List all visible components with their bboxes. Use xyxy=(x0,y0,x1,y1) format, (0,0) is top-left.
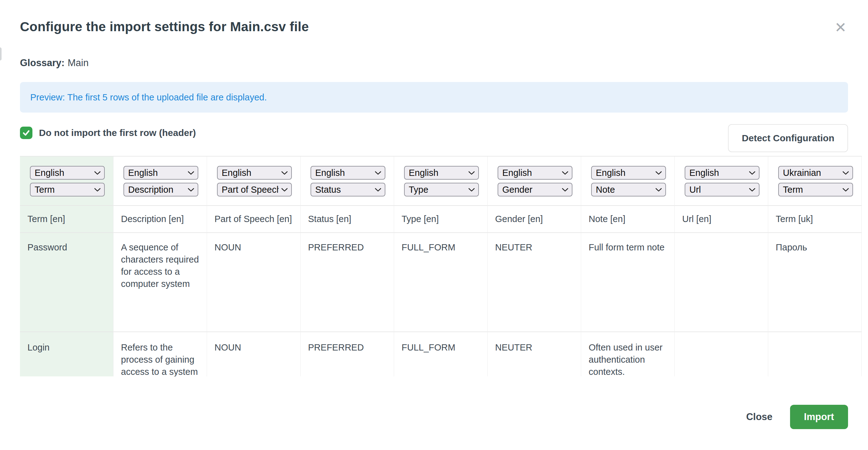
table-cell-row2: Often used in user authentication contex… xyxy=(581,332,674,377)
skip-header-checkbox-label: Do not import the first row (header) xyxy=(39,127,196,138)
column-mapping-cell: English Type xyxy=(394,156,487,205)
column-header-cell: Gender [en] xyxy=(488,205,581,233)
skip-header-checkbox-row[interactable]: Do not import the first row (header) xyxy=(20,127,196,139)
field-select[interactable]: Term xyxy=(778,183,853,197)
table-column: English Type Type [en] FULL_FORM FULL_FO… xyxy=(394,156,488,377)
preview-info-banner: Preview: The first 5 rows of the uploade… xyxy=(20,82,848,113)
language-select-value: English xyxy=(689,168,719,178)
chevron-down-icon xyxy=(375,188,381,192)
chevron-down-icon xyxy=(562,188,568,192)
import-button[interactable]: Import xyxy=(790,405,848,429)
chevron-down-icon xyxy=(281,171,288,175)
field-select[interactable]: Type xyxy=(404,183,479,197)
field-select[interactable]: Part of Speech xyxy=(217,183,292,197)
table-cell-row2: Refers to the process of gaining access … xyxy=(114,332,207,377)
table-column: English Description Description [en] A s… xyxy=(114,156,207,377)
chevron-down-icon xyxy=(655,188,662,192)
glossary-label: Glossary: xyxy=(20,57,65,68)
table-cell-row1: A sequence of characters required for ac… xyxy=(114,233,207,332)
column-header-cell: Part of Speech [en] xyxy=(207,205,300,233)
chevron-down-icon xyxy=(281,188,288,192)
language-select[interactable]: English xyxy=(123,166,198,180)
clipped-edge-artifact xyxy=(0,48,2,60)
column-header-cell: Type [en] xyxy=(394,205,487,233)
table-cell-row2: Login xyxy=(20,332,113,377)
table-cell-row1: PREFERRED xyxy=(301,233,394,332)
import-settings-dialog: Configure the import settings for Main.c… xyxy=(0,0,868,450)
table-controls-row: Do not import the first row (header) Det… xyxy=(20,124,848,153)
field-select[interactable]: Note xyxy=(591,183,666,197)
table-column: English Status Status [en] PREFERRED PRE… xyxy=(301,156,394,377)
table-cell-row2: NOUN xyxy=(207,332,300,377)
language-select[interactable]: English xyxy=(498,166,572,180)
language-select-value: English xyxy=(128,168,158,178)
close-icon[interactable]: ✕ xyxy=(831,18,850,37)
table-cell-row2: PREFERRED xyxy=(301,332,394,377)
language-select[interactable]: English xyxy=(30,166,105,180)
chevron-down-icon xyxy=(655,171,662,175)
field-select-value: Term xyxy=(35,185,55,195)
language-select-value: English xyxy=(502,168,532,178)
column-mapping-cell: English Note xyxy=(581,156,674,205)
column-header-cell: Status [en] xyxy=(301,205,394,233)
field-select-value: Url xyxy=(689,185,701,195)
language-select[interactable]: English xyxy=(217,166,292,180)
table-cell-row1: Password xyxy=(20,233,113,332)
import-preview-table: English Term Term [en] Password Login xyxy=(20,156,862,377)
language-select-value: English xyxy=(222,168,251,178)
table-column: English Part of Speech Part of Speech [e… xyxy=(207,156,301,377)
table-cell-row1: NEUTER xyxy=(488,233,581,332)
chevron-down-icon xyxy=(94,188,101,192)
detect-configuration-button[interactable]: Detect Configuration xyxy=(728,124,848,152)
language-select[interactable]: English xyxy=(311,166,385,180)
table-column: English Term Term [en] Password Login xyxy=(20,156,114,377)
table-cell-row1: Пароль xyxy=(768,233,862,332)
column-mapping-cell: English Part of Speech xyxy=(207,156,300,205)
language-select[interactable]: English xyxy=(591,166,666,180)
language-select-value: English xyxy=(409,168,438,178)
column-mapping-cell: English Gender xyxy=(488,156,581,205)
language-select-value: English xyxy=(596,168,625,178)
table-column: Ukrainian Term Term [uk] Пароль xyxy=(768,156,862,377)
column-header-cell: Term [uk] xyxy=(768,205,862,233)
language-select-value: English xyxy=(315,168,345,178)
chevron-down-icon xyxy=(94,171,101,175)
language-select[interactable]: English xyxy=(685,166,760,180)
table-cell-row1: Full form term note xyxy=(581,233,674,332)
field-select-value: Note xyxy=(596,185,615,195)
chevron-down-icon xyxy=(562,171,568,175)
table-cell-row2 xyxy=(675,332,768,377)
field-select[interactable]: Description xyxy=(123,183,198,197)
checkbox-checked-icon[interactable] xyxy=(20,127,32,139)
chevron-down-icon xyxy=(468,171,475,175)
field-select-value: Term xyxy=(783,185,803,195)
chevron-down-icon xyxy=(188,171,194,175)
language-select-value: Ukrainian xyxy=(783,168,821,178)
chevron-down-icon xyxy=(842,188,849,192)
table-cell-row1 xyxy=(675,233,768,332)
column-mapping-cell: English Description xyxy=(114,156,207,205)
field-select[interactable]: Term xyxy=(30,183,105,197)
glossary-value: Main xyxy=(68,57,89,68)
field-select[interactable]: Gender xyxy=(498,183,572,197)
chevron-down-icon xyxy=(842,171,849,175)
close-button[interactable]: Close xyxy=(746,411,772,423)
table-cell-row2: FULL_FORM xyxy=(394,332,487,377)
table-cell-row1: NOUN xyxy=(207,233,300,332)
table-column: English Note Note [en] Full form term no… xyxy=(581,156,675,377)
field-select-value: Part of Speech xyxy=(222,185,279,195)
dialog-title: Configure the import settings for Main.c… xyxy=(20,19,309,34)
chevron-down-icon xyxy=(749,171,755,175)
field-select[interactable]: Url xyxy=(685,183,760,197)
column-header-cell: Url [en] xyxy=(675,205,768,233)
language-select[interactable]: Ukrainian xyxy=(778,166,853,180)
column-mapping-cell: English Term xyxy=(20,156,113,205)
dialog-footer: Close Import xyxy=(746,405,848,429)
chevron-down-icon xyxy=(375,171,381,175)
language-select[interactable]: English xyxy=(404,166,479,180)
column-mapping-cell: English Url xyxy=(675,156,768,205)
field-select[interactable]: Status xyxy=(311,183,385,197)
field-select-value: Type xyxy=(409,185,428,195)
language-select-value: English xyxy=(35,168,64,178)
chevron-down-icon xyxy=(468,188,475,192)
